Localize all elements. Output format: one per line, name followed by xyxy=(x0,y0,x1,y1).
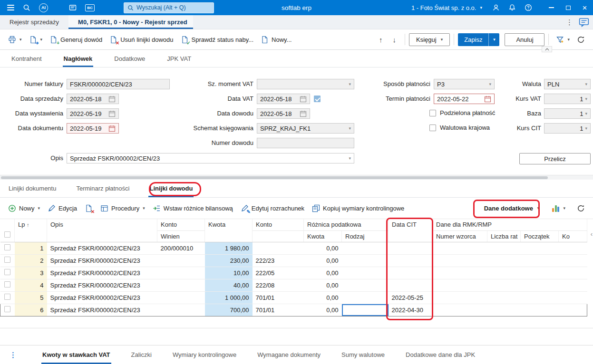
zapisz-button[interactable]: Zapisz ▾ xyxy=(458,33,499,46)
user-profile-button[interactable] xyxy=(488,0,504,15)
cell-liczba-rat[interactable] xyxy=(487,304,521,316)
data-vat-field[interactable]: 2022-05-18 xyxy=(257,94,310,104)
notifications-button[interactable] xyxy=(504,0,520,15)
termin-platnosci-field[interactable]: 2022-05-22 xyxy=(434,94,495,104)
cell-ko[interactable] xyxy=(559,291,587,304)
data-vat-checkbox[interactable] xyxy=(314,96,321,102)
tab-rejestr-sprzedazy[interactable]: Rejestr sprzedaży xyxy=(0,15,68,29)
export-button[interactable]: ➔ ▾ xyxy=(26,33,46,46)
cell-ko[interactable] xyxy=(559,304,587,316)
cell-konto-ma[interactable] xyxy=(253,242,304,254)
tab-wymiary-kontrolingowe[interactable]: Wymiary kontrolingowe xyxy=(173,345,236,364)
ksieguj-button[interactable]: Księguj ▾ xyxy=(409,33,450,46)
cell-liczba-rat[interactable] xyxy=(487,254,521,267)
procedury-button[interactable]: Procedury ▾ xyxy=(97,202,148,215)
cell-opis[interactable]: Sprzedaż FSKR/000002/CEN/23 xyxy=(47,254,157,267)
header-roznica-podatkowa[interactable]: Różnica podatkowa xyxy=(304,219,389,230)
tab-wymagane-dokumenty[interactable]: Wymagane dokumenty xyxy=(257,345,321,364)
ai-assistant-button[interactable]: AI xyxy=(35,0,52,15)
grid-nowy-button[interactable]: Nowy ▾ xyxy=(5,202,43,215)
cell-data-cit[interactable]: 2022-04-30 xyxy=(389,304,433,316)
header-poczatek[interactable]: Początek xyxy=(521,230,559,242)
header-konto-ma[interactable]: Konto xyxy=(253,219,304,230)
cell-numer-wzorca[interactable] xyxy=(433,291,487,304)
cell-opis[interactable]: Sprzedaż FSKR/000002/CEN/23 xyxy=(47,291,157,304)
sprawdz-status-button[interactable]: ✓ Sprawdź status naby... xyxy=(177,33,257,46)
kurs-cit-field[interactable]: 1▾ xyxy=(544,123,591,134)
calendar-icon[interactable] xyxy=(108,110,116,117)
cell-roznica-kwota[interactable]: 0,00 xyxy=(304,279,342,291)
tab-zaliczki[interactable]: Zaliczki xyxy=(131,345,152,364)
cell-roznica-kwota[interactable]: 0,00 xyxy=(304,254,342,267)
cell-roznica-kwota[interactable]: 0,00 xyxy=(304,291,342,304)
cell-konto-winien[interactable] xyxy=(157,291,205,304)
cell-konto-ma[interactable]: 222/08 xyxy=(253,279,304,291)
cell-konto-ma[interactable]: 222/05 xyxy=(253,267,304,279)
cell-lp[interactable]: 6 xyxy=(15,304,47,316)
cell-numer-wzorca[interactable] xyxy=(433,304,487,316)
kopiuj-wymiary-button[interactable]: Kopiuj wymiary kontrolingowe xyxy=(309,202,408,215)
header-winien[interactable]: Winien xyxy=(157,230,205,242)
cell-data-cit[interactable] xyxy=(389,242,433,254)
cell-poczatek[interactable] xyxy=(521,291,559,304)
move-down-button[interactable]: ↓ xyxy=(388,34,401,46)
cell-lp[interactable]: 1 xyxy=(15,242,47,254)
bc-module-button[interactable]: BC xyxy=(81,0,99,15)
column-scroll-left-icon[interactable]: ‹ xyxy=(591,230,593,238)
cell-roznica-rodzaj[interactable] xyxy=(342,254,389,267)
cell-konto-ma[interactable]: 222/23 xyxy=(253,254,304,267)
header-rp-rodzaj[interactable]: Rodzaj xyxy=(342,230,389,242)
cell-data-cit[interactable] xyxy=(389,267,433,279)
row-select-cell[interactable] xyxy=(0,291,15,304)
cell-konto-winien[interactable] xyxy=(157,279,205,291)
row-checkbox[interactable] xyxy=(4,281,10,287)
data-sprzedazy-field[interactable]: 2022-05-18 xyxy=(67,94,119,104)
edycja-button[interactable]: Edycja xyxy=(44,202,80,215)
tab-active-document[interactable]: M0, FSKR1, 0 - Nowy - Rejestr sprzed xyxy=(68,15,193,29)
tab-linijki-dowodu[interactable]: Linijki dowodu xyxy=(149,180,193,197)
row-select-cell[interactable] xyxy=(0,279,15,291)
cell-data-cit[interactable] xyxy=(389,279,433,291)
table-row[interactable]: 5 Sprzedaż FSKR/000002/CEN/23 1 000,00 7… xyxy=(0,291,587,304)
opis-field[interactable]: Sprzedaż FSKR/000002/CEN/23▾ xyxy=(67,153,354,163)
refresh-button[interactable] xyxy=(574,33,588,46)
cell-liczba-rat[interactable] xyxy=(487,279,521,291)
row-select-cell[interactable] xyxy=(0,304,15,316)
cell-numer-wzorca[interactable] xyxy=(433,267,487,279)
cell-roznica-rodzaj[interactable] xyxy=(342,304,389,316)
cell-konto-winien[interactable] xyxy=(157,267,205,279)
delete-row-button[interactable]: ✕ xyxy=(81,202,96,215)
scrollbar-thumb[interactable] xyxy=(1,176,548,179)
calendar-icon[interactable] xyxy=(300,96,307,103)
personalize-button[interactable]: ▾ xyxy=(553,33,573,46)
news-panel-button[interactable] xyxy=(65,0,81,15)
cell-ko[interactable] xyxy=(559,254,587,267)
cell-konto-ma[interactable]: 701/01 xyxy=(253,291,304,304)
chevron-down-icon[interactable]: ▾ xyxy=(349,156,351,161)
tab-dodatkowe[interactable]: Dodatkowe xyxy=(114,50,145,67)
data-wystawienia-field[interactable]: 2022-05-19 xyxy=(67,108,119,119)
print-button[interactable]: ▾ xyxy=(5,33,25,46)
select-all-checkbox[interactable] xyxy=(4,231,10,238)
tab-kwoty-w-stawkach-vat[interactable]: Kwoty w stawkach VAT xyxy=(42,345,110,364)
bottom-tabs-menu-icon[interactable]: ⋮ xyxy=(5,345,21,364)
header-kwota[interactable]: Kwota xyxy=(205,219,253,242)
cell-poczatek[interactable] xyxy=(521,267,559,279)
row-checkbox[interactable] xyxy=(4,244,10,250)
tab-terminarz-platnosci[interactable]: Terminarz płatności xyxy=(76,180,129,197)
cell-roznica-rodzaj[interactable] xyxy=(342,291,389,304)
calendar-icon[interactable] xyxy=(300,110,307,117)
cell-poczatek[interactable] xyxy=(521,254,559,267)
cell-poczatek[interactable] xyxy=(521,242,559,254)
company-selector[interactable]: 1 - Foto Świat sp. z o.o. ▾ xyxy=(406,4,488,11)
tab-kontrahent[interactable]: Kontrahent xyxy=(11,50,42,67)
row-checkbox[interactable] xyxy=(4,306,10,312)
cell-kwota[interactable]: 1 980,00 xyxy=(205,242,253,254)
przelicz-button[interactable]: Przelicz xyxy=(519,153,591,164)
tab-naglowek[interactable]: Nagłówek xyxy=(64,50,93,67)
row-select-cell[interactable] xyxy=(0,267,15,279)
cell-konto-winien[interactable]: 200/000010 xyxy=(157,242,205,254)
cell-konto-winien[interactable] xyxy=(157,254,205,267)
calendar-icon[interactable] xyxy=(108,96,116,103)
move-up-button[interactable]: ↑ xyxy=(374,34,388,46)
